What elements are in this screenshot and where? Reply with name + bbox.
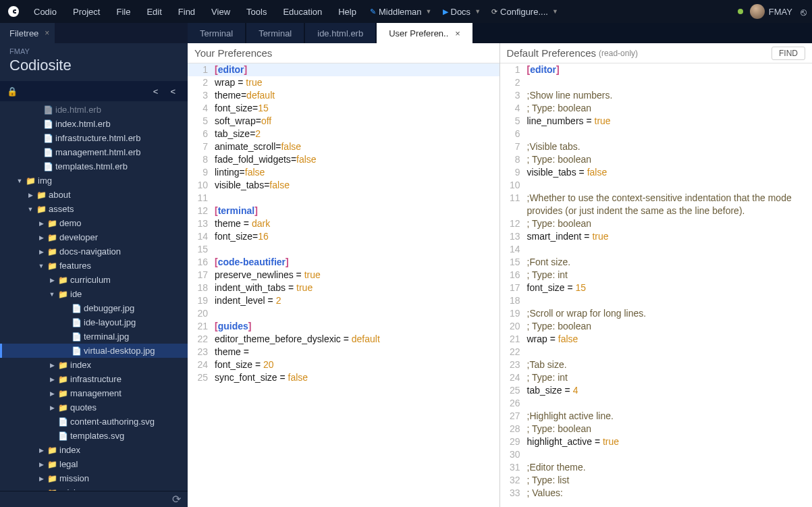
left-pane: Your Preferences 1[editor]2wrap = true3t…	[188, 43, 500, 507]
tree-folder[interactable]: ▶📁infrastructure	[0, 372, 188, 386]
tree-folder[interactable]: ▶📁index	[0, 443, 188, 457]
panel-tabstrip: Filetree ×	[0, 23, 188, 43]
tree-folder[interactable]: ▶📁legal	[0, 457, 188, 471]
left-editor[interactable]: 1[editor]2wrap = true3theme=default4font…	[188, 63, 499, 507]
tree-folder[interactable]: ▼📁assets	[0, 202, 188, 216]
tree-folder[interactable]: ▶📁mission	[0, 471, 188, 485]
menu-project[interactable]: Project	[65, 7, 108, 17]
tree-folder[interactable]: ▼📁features	[0, 259, 188, 273]
tab-terminal[interactable]: Terminal	[188, 23, 246, 43]
config-configure[interactable]: ⟳Configure....▼	[486, 7, 564, 17]
tree-file[interactable]: 📄infrastructure.html.erb	[0, 131, 188, 145]
close-icon[interactable]: ×	[45, 28, 49, 38]
tree-file[interactable]: 📄content-authoring.svg	[0, 415, 188, 429]
tree-file[interactable]: 📄index.html.erb	[0, 117, 188, 131]
tree-folder[interactable]: ▶📁developer	[0, 230, 188, 244]
share2-icon[interactable]: <	[170, 86, 175, 97]
right-pane: Default Preferences (read-only) FIND 1[e…	[500, 43, 813, 507]
top-menubar: CodioProjectFileEditFindViewToolsEducati…	[0, 0, 812, 23]
avatar[interactable]	[750, 4, 765, 19]
config-docs[interactable]: ▶Docs▼	[437, 7, 487, 17]
menu-codio[interactable]: Codio	[26, 7, 65, 17]
org-label: FMAY	[0, 43, 188, 57]
find-button[interactable]: FIND	[772, 47, 805, 60]
menu-edit[interactable]: Edit	[138, 7, 169, 17]
tree-file[interactable]: 📄ide.html.erb	[0, 103, 188, 117]
tab-terminal[interactable]: Terminal	[246, 23, 304, 43]
tree-folder[interactable]: ▼📁img	[0, 174, 188, 188]
menu-find[interactable]: Find	[170, 7, 203, 17]
tab-userpreferen[interactable]: User Preferen..×	[377, 23, 473, 43]
tree-folder[interactable]: ▶📁management	[0, 386, 188, 400]
tree-folder[interactable]: ▶📁quotes	[0, 400, 188, 415]
close-icon[interactable]: ×	[455, 28, 460, 38]
tree-footer: ⟳	[0, 491, 188, 507]
tab-idehtmlerb[interactable]: ide.html.erb	[305, 23, 376, 43]
tree-folder[interactable]: ▶📁demo	[0, 216, 188, 230]
editor-area: TerminalTerminalide.html.erbUser Prefere…	[188, 23, 812, 507]
config-middleman[interactable]: ✎Middleman▼	[364, 7, 437, 17]
tree-file[interactable]: 📄management.html.erb	[0, 145, 188, 159]
sidebar: Filetree × FMAY Codiosite 🔒 < < 📄ide.htm…	[0, 23, 188, 507]
project-title: Codiosite	[0, 57, 188, 81]
menu-help[interactable]: Help	[330, 7, 364, 17]
share-icon[interactable]: <	[153, 86, 159, 97]
tree-toolbar: 🔒 < <	[0, 81, 188, 101]
tree-folder[interactable]: ▶📁about	[0, 188, 188, 202]
tree-folder[interactable]: ▼📁ide	[0, 287, 188, 301]
right-pane-title: Default Preferences (read-only) FIND	[500, 43, 813, 63]
right-editor[interactable]: 1[editor]23;Show line numbers.4; Type: b…	[500, 63, 813, 507]
status-dot	[738, 9, 743, 14]
refresh-icon[interactable]: ⟳	[172, 493, 181, 506]
tree-file[interactable]: 📄templates.svg	[0, 429, 188, 443]
tree-file[interactable]: 📄virtual-desktop.jpg	[0, 344, 188, 358]
tree-folder[interactable]: ▶📁index	[0, 358, 188, 372]
app-logo[interactable]	[5, 3, 22, 20]
signout-icon[interactable]: ⎋	[801, 6, 807, 18]
menu-tools[interactable]: Tools	[238, 7, 275, 17]
username[interactable]: FMAY	[769, 7, 792, 17]
panel-tab-filetree[interactable]: Filetree ×	[0, 23, 55, 43]
tree-file[interactable]: 📄terminal.jpg	[0, 329, 188, 344]
tree-file[interactable]: 📄templates.html.erb	[0, 159, 188, 174]
tree-folder[interactable]: ▶📁curriculum	[0, 273, 188, 287]
editor-tabs: TerminalTerminalide.html.erbUser Prefere…	[188, 23, 812, 43]
tree-folder[interactable]: ▶📁pricing	[0, 485, 188, 491]
tree-folder[interactable]: ▶📁docs-navigation	[0, 244, 188, 259]
file-tree[interactable]: 📄ide.html.erb📄index.html.erb📄infrastruct…	[0, 101, 188, 491]
menu-education[interactable]: Education	[275, 7, 330, 17]
menu-file[interactable]: File	[108, 7, 138, 17]
tree-file[interactable]: 📄debugger.jpg	[0, 301, 188, 315]
menu-view[interactable]: View	[203, 7, 238, 17]
tree-file[interactable]: 📄ide-layout.jpg	[0, 315, 188, 329]
left-pane-title: Your Preferences	[188, 43, 499, 63]
lock-icon[interactable]: 🔒	[7, 86, 18, 97]
